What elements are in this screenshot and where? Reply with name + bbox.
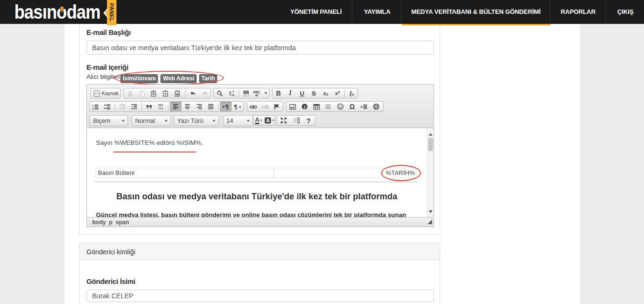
svg-text:¶: ¶: [234, 104, 237, 110]
svg-text:DIV: DIV: [158, 104, 163, 107]
svg-text:1: 1: [92, 104, 94, 107]
svg-text:a: a: [232, 93, 234, 97]
svg-text:ABC: ABC: [253, 90, 260, 94]
svg-text:2: 2: [92, 107, 94, 110]
svg-text:T: T: [164, 92, 167, 97]
svg-text:A: A: [266, 118, 269, 123]
svg-text:b: b: [229, 90, 231, 94]
svg-text:¶: ¶: [225, 104, 229, 110]
svg-text:W: W: [176, 93, 179, 96]
